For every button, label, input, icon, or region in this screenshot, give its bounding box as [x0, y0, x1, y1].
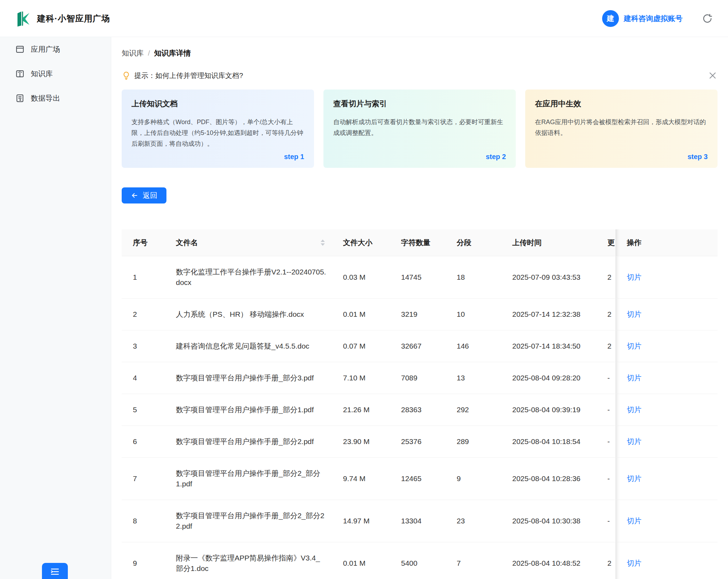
cell-index: 3 [122, 330, 165, 362]
cell-truncated: - [603, 394, 615, 426]
step-label: step 2 [333, 153, 506, 161]
cell-chars: 3219 [390, 299, 445, 330]
cell-index: 7 [122, 458, 165, 500]
cell-upload-time: 2025-08-04 10:28:36 [501, 458, 603, 500]
cell-action: 切片 [615, 542, 718, 579]
cell-truncated: 2 [603, 256, 615, 299]
table-row: 5 数字项目管理平台用户操作手册_部分1.pdf 21.26 M 28363 2… [122, 394, 718, 426]
card-body: 支持多种格式（Word、PDF、图片等），单个/总大小有上限，上传后自动处理（约… [131, 117, 304, 149]
sidebar-item-knowledge-base[interactable]: 知识库 [0, 62, 111, 86]
cell-upload-time: 2025-08-04 10:30:38 [501, 500, 603, 542]
breadcrumb-separator: / [148, 49, 150, 57]
slice-link[interactable]: 切片 [627, 342, 642, 350]
cell-upload-time: 2025-08-04 10:48:52 [501, 542, 603, 579]
cell-action: 切片 [615, 458, 718, 500]
cell-size: 0.07 M [332, 330, 390, 362]
cell-index: 5 [122, 394, 165, 426]
cell-chars: 25376 [390, 426, 445, 458]
guide-card-slices: 查看切片与索引 自动解析成功后可查看切片数量与索引状态，必要时可重新生成或调整配… [323, 90, 516, 168]
app-title: 建科·小智应用广场 [37, 13, 110, 24]
cell-chars: 14745 [390, 256, 445, 299]
table-row: 3 建科咨询信息化常见问题答疑_v4.5.5.doc 0.07 M 32667 … [122, 330, 718, 362]
cell-action: 切片 [615, 500, 718, 542]
cell-action: 切片 [615, 394, 718, 426]
cell-size: 14.97 M [332, 500, 390, 542]
cell-upload-time: 2025-08-04 09:28:20 [501, 362, 603, 394]
cell-index: 8 [122, 500, 165, 542]
cell-segments: 23 [445, 500, 501, 542]
data-export-icon [15, 94, 24, 103]
breadcrumb: 知识库 / 知识库详情 [122, 37, 718, 58]
cell-segments: 292 [445, 394, 501, 426]
slice-link[interactable]: 切片 [627, 437, 642, 445]
col-header-segments: 分段 [445, 229, 501, 256]
cell-filename: 数字项目管理平台用户操作手册_部分2_部分1.pdf [165, 458, 332, 500]
sort-icon[interactable] [321, 240, 325, 246]
cell-truncated: 2 [603, 542, 615, 579]
cell-chars: 5400 [390, 542, 445, 579]
cell-segments: 289 [445, 426, 501, 458]
cell-index: 1 [122, 256, 165, 299]
slice-link[interactable]: 切片 [627, 273, 642, 281]
sidebar-item-label: 知识库 [31, 69, 53, 79]
logout-icon[interactable] [702, 13, 713, 24]
slice-link[interactable]: 切片 [627, 406, 642, 414]
table-row: 2 人力系统（PS、HR） 移动端操作.docx 0.01 M 3219 10 … [122, 299, 718, 330]
cell-action: 切片 [615, 299, 718, 330]
documents-table: 序号 文件名 文件大小 字符数量 分段 上传时间 更 操作 [122, 229, 718, 579]
cell-filename: 建科咨询信息化常见问题答疑_v4.5.5.doc [165, 330, 332, 362]
slice-link[interactable]: 切片 [627, 374, 642, 382]
cell-truncated: 2 [603, 330, 615, 362]
close-icon[interactable] [708, 71, 718, 80]
cell-truncated: - [603, 362, 615, 394]
cell-filename: 数字项目管理平台用户操作手册_部分2.pdf [165, 426, 332, 458]
cell-size: 23.90 M [332, 426, 390, 458]
slice-link[interactable]: 切片 [627, 559, 642, 567]
cell-filename: 数字项目管理平台用户操作手册_部分2_部分22.pdf [165, 500, 332, 542]
cell-index: 6 [122, 426, 165, 458]
cell-segments: 146 [445, 330, 501, 362]
cell-action: 切片 [615, 256, 718, 299]
back-button-label: 返回 [143, 191, 157, 200]
app-logo-icon [15, 10, 31, 27]
card-title: 上传知识文档 [131, 99, 304, 109]
breadcrumb-parent[interactable]: 知识库 [122, 48, 144, 58]
slice-link[interactable]: 切片 [627, 474, 642, 482]
col-header-chars: 字符数量 [390, 229, 445, 256]
sidebar-item-label: 应用广场 [31, 44, 60, 54]
sidebar-item-data-export[interactable]: 数据导出 [0, 86, 111, 110]
cell-action: 切片 [615, 426, 718, 458]
user-avatar[interactable]: 建 [602, 10, 619, 27]
main-content: 知识库 / 知识库详情 提示：如何上传并管理知识库文档? 上传知识文档 支持多种… [111, 37, 728, 579]
slice-link[interactable]: 切片 [627, 517, 642, 525]
cell-segments: 13 [445, 362, 501, 394]
step-label: step 3 [535, 153, 708, 161]
account-name[interactable]: 建科咨询虚拟账号 [624, 14, 683, 23]
breadcrumb-current: 知识库详情 [154, 48, 191, 58]
cell-action: 切片 [615, 330, 718, 362]
card-body: 自动解析成功后可查看切片数量与索引状态，必要时可重新生成或调整配置。 [333, 117, 506, 138]
cell-filename: 数字项目管理平台用户操作手册_部分1.pdf [165, 394, 332, 426]
col-header-filename: 文件名 [165, 229, 332, 256]
card-body: 在RAG应用中切片将会被模型检索并召回，形成大模型对话的依据语料。 [535, 117, 708, 138]
sidebar-item-app-plaza[interactable]: 应用广场 [0, 37, 111, 62]
guide-card-apply: 在应用中生效 在RAG应用中切片将会被模型检索并召回，形成大模型对话的依据语料。… [525, 90, 718, 168]
slice-link[interactable]: 切片 [627, 310, 642, 318]
col-header-filename-label: 文件名 [176, 238, 198, 248]
cell-filename: 附录一《数字监理APP简易操作指南》V3.4_部分1.doc [165, 542, 332, 579]
cell-upload-time: 2025-08-04 10:18:54 [501, 426, 603, 458]
sidebar-collapse-button[interactable] [42, 563, 68, 579]
cell-size: 0.03 M [332, 256, 390, 299]
table-row: 4 数字项目管理平台用户操作手册_部分3.pdf 7.10 M 7089 13 … [122, 362, 718, 394]
card-title: 在应用中生效 [535, 99, 708, 109]
table-row: 6 数字项目管理平台用户操作手册_部分2.pdf 23.90 M 25376 2… [122, 426, 718, 458]
cell-filename: 数字项目管理平台用户操作手册_部分3.pdf [165, 362, 332, 394]
cell-size: 21.26 M [332, 394, 390, 426]
guide-cards: 上传知识文档 支持多种格式（Word、PDF、图片等），单个/总大小有上限，上传… [122, 90, 718, 168]
cell-segments: 7 [445, 542, 501, 579]
col-header-index: 序号 [122, 229, 165, 256]
step-label: step 1 [131, 153, 304, 161]
back-button[interactable]: 返回 [122, 187, 166, 203]
app-plaza-icon [15, 45, 24, 54]
cell-index: 2 [122, 299, 165, 330]
